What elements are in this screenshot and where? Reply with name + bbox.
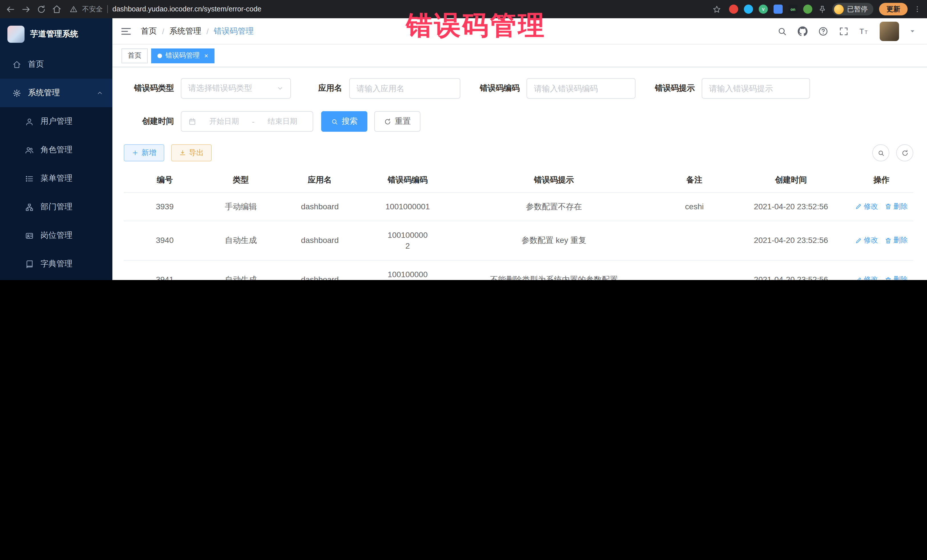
refresh-table-button[interactable] xyxy=(896,144,913,161)
tab-错误码管理[interactable]: 错误码管理× xyxy=(151,48,214,63)
column-header: 错误码提示 xyxy=(451,168,656,193)
column-header: 操作 xyxy=(849,168,913,193)
calendar-icon xyxy=(188,117,196,126)
kebab-menu-icon[interactable] xyxy=(913,5,921,13)
export-button[interactable]: 导出 xyxy=(171,144,212,161)
sidebar-item-menu-management[interactable]: 菜单管理 xyxy=(0,164,112,193)
caret-down-icon[interactable] xyxy=(909,28,916,34)
filter-label-error-hint: 错误码提示 xyxy=(655,83,695,94)
delete-link[interactable]: 删除 xyxy=(885,236,907,246)
url-text[interactable]: dashboard.yudao.iocoder.cn/system/error-… xyxy=(112,5,261,13)
search-button[interactable]: 搜索 xyxy=(321,111,368,132)
refresh-icon xyxy=(384,118,391,125)
edit-link[interactable]: 修改 xyxy=(855,275,878,280)
help-icon[interactable] xyxy=(818,26,828,36)
extension-icon[interactable] xyxy=(744,5,753,14)
profile-chip[interactable]: 已暂停 xyxy=(832,3,873,15)
screen: 不安全 dashboard.yudao.iocoder.cn/system/er… xyxy=(0,0,927,280)
end-date-placeholder[interactable]: 结束日期 xyxy=(259,116,306,127)
update-button[interactable]: 更新 xyxy=(879,3,907,15)
back-icon[interactable] xyxy=(6,4,15,14)
magnifier-icon xyxy=(877,149,884,156)
column-header: 创建时间 xyxy=(732,168,849,193)
cell-code: 1001000001 xyxy=(364,193,451,221)
delete-link[interactable]: 删除 xyxy=(885,275,907,280)
sidebar-item-system-management[interactable]: 系统管理 xyxy=(0,79,112,107)
sidebar-item-dept-management[interactable]: 部门管理 xyxy=(0,193,112,221)
breadcrumb-item: 错误码管理 xyxy=(214,26,254,36)
sidebar-item-label: 岗位管理 xyxy=(41,231,73,241)
star-icon[interactable] xyxy=(713,5,721,14)
search-icon[interactable] xyxy=(777,26,787,36)
delete-link[interactable]: 删除 xyxy=(885,202,907,212)
app-logo[interactable]: 芋道管理系统 xyxy=(0,18,112,50)
sidebar-item-role-management[interactable]: 角色管理 xyxy=(0,136,112,164)
filter-label-create-time: 创建时间 xyxy=(124,116,174,127)
page-content: 错误码类型 请选择错误码类型 应用名 错误码编码 错误码提示 创建时间 xyxy=(112,67,927,280)
tab-label: 错误码管理 xyxy=(166,51,200,61)
extensions-pin-icon[interactable] xyxy=(818,5,827,14)
reset-button-label: 重置 xyxy=(395,116,411,127)
breadcrumb-item[interactable]: 系统管理 xyxy=(169,26,201,36)
table-row: 3939手动编辑dashboard1001000001参数配置不存在ceshi2… xyxy=(124,193,913,221)
sidebar-item-home[interactable]: 首页 xyxy=(0,50,112,79)
divider xyxy=(107,5,108,13)
github-icon[interactable] xyxy=(798,26,808,36)
column-header: 编号 xyxy=(124,168,206,193)
vue-devtools-extension-icon[interactable]: V xyxy=(759,5,768,14)
font-size-icon[interactable]: TT xyxy=(859,26,869,36)
dictionary-icon xyxy=(25,260,33,268)
sidebar-item-dict-management[interactable]: 字典管理 xyxy=(0,250,112,278)
app-name-input[interactable] xyxy=(349,78,460,99)
filter-label-error-type: 错误码类型 xyxy=(124,83,174,94)
refresh-icon xyxy=(901,149,909,156)
sidebar-item-label: 部门管理 xyxy=(41,202,73,212)
column-header: 备注 xyxy=(656,168,732,193)
cell-app: dashboard xyxy=(276,193,364,221)
tab-首页[interactable]: 首页 xyxy=(122,48,148,63)
column-header: 应用名 xyxy=(276,168,364,193)
sidebar-item-notice-announcement[interactable]: 通知公告 xyxy=(0,278,112,280)
toggle-search-button[interactable] xyxy=(872,144,889,161)
sidebar-item-label: 用户管理 xyxy=(41,116,73,127)
download-icon xyxy=(179,149,186,156)
browser-home-icon[interactable] xyxy=(52,4,62,14)
security-label: 不安全 xyxy=(82,4,103,14)
forward-icon[interactable] xyxy=(21,4,31,14)
cell-remark xyxy=(656,260,732,280)
extension-icon[interactable]: on xyxy=(789,5,798,14)
table-row: 3940自动生成dashboard1001000002参数配置 key 重复20… xyxy=(124,221,913,260)
address-bar[interactable]: 不安全 dashboard.yudao.iocoder.cn/system/er… xyxy=(67,4,723,14)
add-button[interactable]: 新增 xyxy=(124,144,164,161)
hamburger-icon[interactable] xyxy=(120,25,132,37)
error-type-select[interactable]: 请选择错误码类型 xyxy=(181,78,291,99)
error-code-input[interactable] xyxy=(527,78,635,99)
user-icon xyxy=(25,117,33,126)
magnifier-icon xyxy=(331,118,338,125)
chevron-up-icon xyxy=(96,90,103,96)
close-icon[interactable]: × xyxy=(204,52,208,59)
edit-link[interactable]: 修改 xyxy=(855,202,878,212)
extension-icon[interactable] xyxy=(729,5,738,14)
logo-image xyxy=(8,26,24,43)
export-button-label: 导出 xyxy=(189,148,204,158)
edit-icon xyxy=(855,203,862,210)
search-button-label: 搜索 xyxy=(342,116,358,127)
extension-icon[interactable] xyxy=(803,5,812,14)
select-placeholder: 请选择错误码类型 xyxy=(188,83,252,94)
error-hint-input[interactable] xyxy=(702,78,810,99)
reset-button[interactable]: 重置 xyxy=(374,111,421,132)
badge-icon xyxy=(25,231,33,240)
start-date-placeholder[interactable]: 开始日期 xyxy=(201,116,247,127)
reload-icon[interactable] xyxy=(36,4,46,14)
fullscreen-icon[interactable] xyxy=(839,26,849,36)
breadcrumb-item[interactable]: 首页 xyxy=(141,26,157,36)
date-range-picker[interactable]: 开始日期 - 结束日期 xyxy=(181,111,313,132)
user-avatar[interactable] xyxy=(880,21,899,41)
edit-link[interactable]: 修改 xyxy=(855,236,878,246)
cell-created: 2021-04-20 23:52:56 xyxy=(732,193,849,221)
sidebar-item-post-management[interactable]: 岗位管理 xyxy=(0,221,112,250)
extension-icon[interactable] xyxy=(774,5,783,14)
sidebar-item-user-management[interactable]: 用户管理 xyxy=(0,107,112,136)
annotation-overlay: 错误码管理 xyxy=(406,8,546,43)
